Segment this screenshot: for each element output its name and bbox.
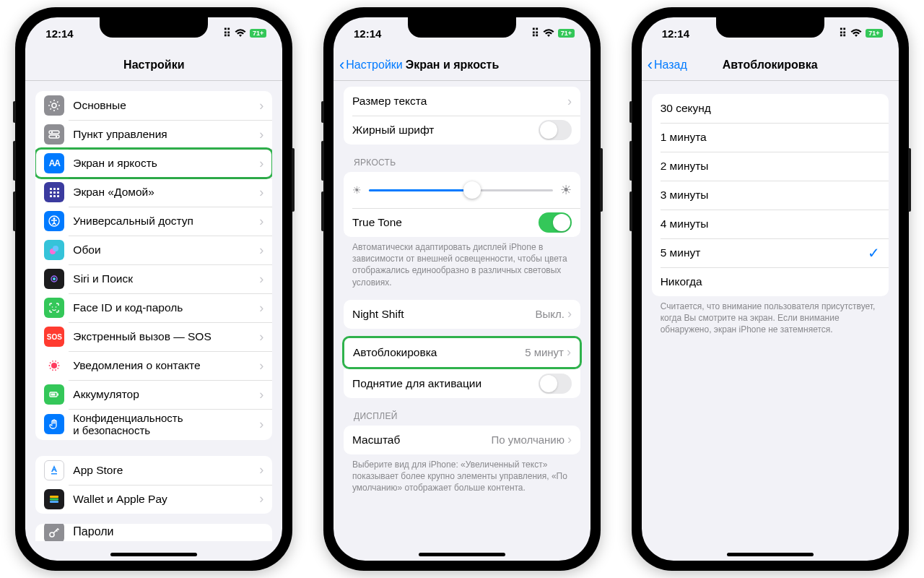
chevron-right-icon: › [259, 462, 263, 478]
row-экран-домой-[interactable]: Экран «Домой»› [35, 178, 272, 207]
option-label: 30 секунд [661, 102, 880, 115]
svg-point-25 [58, 368, 59, 369]
row-wallet-и-apple-pay[interactable]: Wallet и Apple Pay› [35, 485, 272, 514]
row-label: Wallet и Apple Pay [73, 493, 259, 506]
option-Никогда[interactable]: Никогда [652, 267, 889, 296]
svg-rect-7 [57, 188, 59, 190]
zoom-footer: Выберите вид для iPhone: «Увеличенный те… [352, 459, 572, 494]
svg-point-26 [55, 369, 56, 371]
hand-icon [44, 414, 64, 434]
svg-point-31 [52, 361, 53, 362]
sun-small-icon: ☀︎ [352, 184, 362, 196]
chevron-right-icon: › [567, 432, 572, 447]
autolock-footer: Считается, что внимание пользователя при… [661, 301, 880, 336]
row-night-shift[interactable]: Night Shift Выкл. › [344, 300, 580, 329]
home-indicator[interactable] [110, 553, 197, 556]
svg-point-29 [49, 365, 51, 366]
svg-rect-13 [57, 195, 59, 197]
row-label: Экран «Домой» [73, 186, 259, 199]
chevron-left-icon: ‹ [648, 56, 653, 74]
wall-icon [44, 240, 64, 260]
row-siri-и-поиск[interactable]: Siri и Поиск› [35, 264, 272, 293]
row-face-id-и-код-пароль[interactable]: Face ID и код-пароль› [35, 293, 272, 322]
row-bold-text[interactable]: Жирный шрифт [344, 116, 580, 144]
chevron-right-icon: › [259, 491, 263, 506]
brightness-slider[interactable] [369, 189, 553, 191]
row-универсальный-доступ[interactable]: Универсальный доступ› [35, 207, 272, 236]
row-label: Аккумулятор [73, 388, 259, 401]
row-аккумулятор[interactable]: Аккумулятор› [35, 380, 272, 409]
section-brightness: ЯРКОСТЬ [354, 158, 570, 168]
svg-point-23 [51, 363, 57, 368]
option-30-секунд[interactable]: 30 секунд [652, 94, 889, 123]
row-пункт-управления[interactable]: Пункт управления› [35, 120, 272, 149]
bold-text-toggle[interactable] [539, 120, 572, 140]
svg-rect-6 [53, 188, 56, 190]
sun-large-icon: ☀︎ [560, 182, 572, 198]
back-button[interactable]: ‹ Назад [648, 56, 687, 74]
siri-icon [44, 269, 64, 289]
chevron-right-icon: › [259, 387, 263, 402]
svg-point-0 [52, 103, 56, 108]
home-indicator[interactable] [727, 553, 814, 556]
svg-rect-1 [49, 131, 59, 134]
grid-icon [44, 182, 64, 202]
section-display: ДИСПЛЕЙ [354, 411, 570, 421]
battery-icon: 71+ [250, 29, 266, 38]
wifi-icon [850, 27, 862, 40]
row-уведомления-о-контакте[interactable]: Уведомления о контакте› [35, 351, 272, 380]
option-5-минут[interactable]: 5 минут✓ [652, 238, 889, 267]
svg-rect-3 [49, 135, 59, 138]
row-true-tone[interactable]: True Tone [344, 208, 580, 237]
option-1-минута[interactable]: 1 минута [652, 123, 889, 152]
cellular-icon: ⠿ [839, 27, 847, 40]
chevron-right-icon: › [259, 98, 263, 113]
cellular-icon: ⠿ [531, 27, 539, 40]
svg-point-30 [50, 362, 51, 363]
option-label: Никогда [661, 275, 880, 288]
A-icon [44, 460, 64, 480]
page-title: Настройки [25, 59, 282, 72]
highlight-autolock: Автоблокировка 5 минут › [342, 336, 582, 369]
cellular-icon: ⠿ [223, 27, 231, 40]
option-3-минуты[interactable]: 3 минуты [652, 181, 889, 210]
raise-toggle[interactable] [539, 374, 572, 394]
svg-rect-36 [51, 394, 56, 396]
row-обои[interactable]: Обои› [35, 236, 272, 264]
svg-rect-38 [50, 498, 58, 500]
notch [716, 17, 824, 38]
chevron-right-icon: › [259, 417, 263, 432]
checkmark-icon: ✓ [868, 244, 880, 262]
option-label: 1 минута [661, 131, 880, 144]
settings-list[interactable]: Основные›Пункт управления›AAЭкран и ярко… [25, 81, 282, 561]
true-tone-toggle[interactable] [539, 212, 572, 233]
phone-display-brightness: 12:14 ⠿ 71+ ‹ Настройки Экран и яркость … [323, 7, 601, 571]
row-app-store[interactable]: App Store› [35, 456, 272, 485]
home-indicator[interactable] [419, 553, 505, 556]
row-label: Уведомления о контакте [73, 359, 259, 372]
back-button[interactable]: ‹ Настройки [339, 56, 403, 74]
row-passwords[interactable]: Пароли [35, 524, 272, 541]
dot-icon [44, 355, 64, 376]
option-label: 3 минуты [661, 189, 880, 202]
chevron-right-icon: › [259, 272, 263, 287]
row-auto-lock[interactable]: Автоблокировка 5 минут › [344, 338, 580, 367]
row-конфиденциальность-и-безопасность[interactable]: Конфиденциальностьи безопасность› [35, 409, 272, 440]
row-zoom[interactable]: Масштаб По умолчанию › [344, 426, 580, 454]
chevron-right-icon: › [567, 345, 571, 360]
chevron-right-icon: › [259, 358, 263, 374]
row-label: Основные [73, 99, 259, 112]
row-экстренный-вызов-sos[interactable]: SOSЭкстренный вызов — SOS› [35, 322, 272, 351]
row-text-size[interactable]: Размер текста › [344, 87, 580, 116]
svg-rect-37 [50, 496, 58, 498]
row-raise-to-wake[interactable]: Поднятие для активации [344, 369, 580, 398]
wifi-icon [543, 27, 554, 40]
row-основные[interactable]: Основные› [35, 91, 272, 120]
svg-point-17 [53, 246, 58, 251]
row-экран-и-яркость[interactable]: AAЭкран и яркость› [35, 149, 272, 178]
option-4-минуты[interactable]: 4 минуты [652, 210, 889, 238]
option-2-минуты[interactable]: 2 минуты [652, 152, 889, 181]
page-title: Экран и яркость [406, 59, 500, 72]
row-label: Пункт управления [73, 128, 259, 141]
option-label: 5 минут [661, 246, 868, 259]
